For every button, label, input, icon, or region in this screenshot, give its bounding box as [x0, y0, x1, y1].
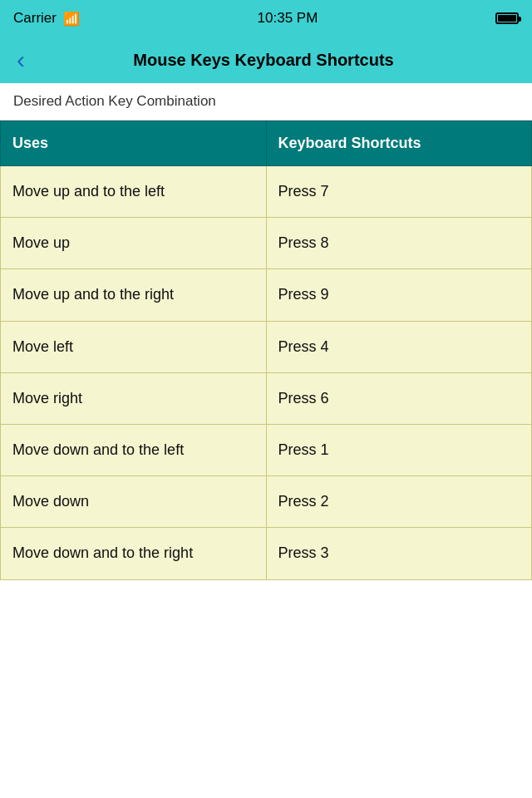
battery-fill [498, 15, 516, 22]
table-row: Move down and to the leftPress 1 [1, 424, 532, 475]
action-cell: Move down and to the right [1, 528, 267, 579]
table-row: Move down and to the rightPress 3 [1, 528, 532, 579]
wifi-icon: 📶 [63, 11, 80, 27]
table-row: Move downPress 2 [1, 476, 532, 528]
shortcut-cell: Press 1 [266, 424, 532, 475]
col-header-shortcuts: Keyboard Shortcuts [266, 121, 532, 166]
shortcut-cell: Press 8 [266, 218, 532, 269]
shortcut-cell: Press 9 [266, 269, 532, 321]
page-title: Mouse Keys Keyboard Shortcuts [38, 51, 489, 70]
shortcuts-table: Uses Keyboard Shortcuts Move up and to t… [0, 121, 532, 580]
shortcut-cell: Press 4 [266, 321, 532, 372]
status-bar: Carrier 📶 10:35 PM [0, 0, 532, 37]
action-cell: Move down [1, 476, 267, 528]
action-cell: Move right [1, 372, 267, 424]
shortcut-cell: Press 3 [266, 528, 532, 579]
shortcut-cell: Press 7 [266, 166, 532, 218]
table-row: Move upPress 8 [1, 218, 532, 269]
table-row: Move up and to the leftPress 7 [1, 166, 532, 218]
action-cell: Move down and to the left [1, 424, 267, 475]
table-row: Move leftPress 4 [1, 321, 532, 372]
table-row: Move up and to the rightPress 9 [1, 269, 532, 321]
subtitle-label: Desired Action Key Combination [0, 83, 532, 121]
carrier-label: Carrier [13, 10, 57, 27]
back-button[interactable]: ‹ [10, 44, 32, 76]
shortcut-cell: Press 2 [266, 476, 532, 528]
time-label: 10:35 PM [258, 10, 318, 27]
table-header-row: Uses Keyboard Shortcuts [1, 121, 532, 166]
battery-icon [495, 12, 519, 24]
nav-bar: ‹ Mouse Keys Keyboard Shortcuts [0, 37, 532, 83]
action-cell: Move up and to the left [1, 166, 267, 218]
col-header-uses: Uses [1, 121, 267, 166]
status-bar-left: Carrier 📶 [13, 10, 80, 27]
action-cell: Move left [1, 321, 267, 372]
table-row: Move rightPress 6 [1, 372, 532, 424]
shortcut-cell: Press 6 [266, 372, 532, 424]
action-cell: Move up [1, 218, 267, 269]
action-cell: Move up and to the right [1, 269, 267, 321]
